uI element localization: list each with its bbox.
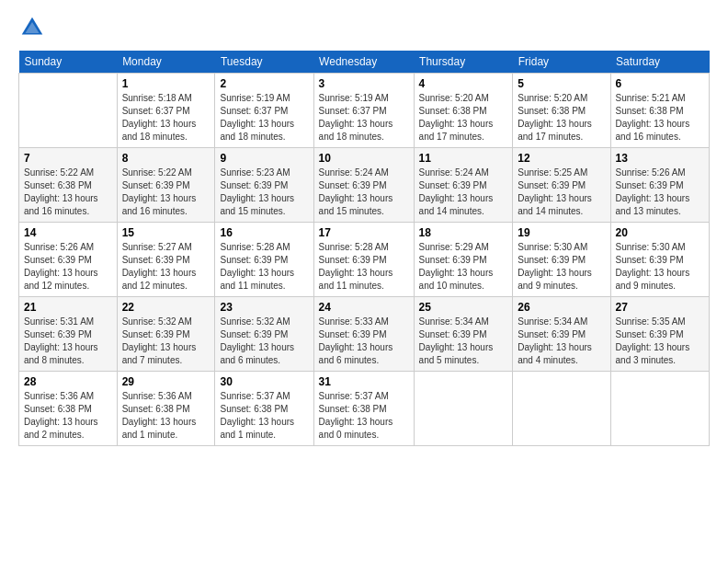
day-info: Sunrise: 5:34 AM Sunset: 6:39 PM Dayligh… xyxy=(419,316,508,367)
col-header-saturday: Saturday xyxy=(610,51,709,74)
day-cell xyxy=(513,372,610,446)
day-number: 30 xyxy=(220,375,308,388)
day-number: 5 xyxy=(518,77,605,90)
day-number: 24 xyxy=(319,301,409,314)
day-number: 9 xyxy=(220,152,308,165)
day-cell: 16Sunrise: 5:28 AM Sunset: 6:39 PM Dayli… xyxy=(215,223,313,297)
logo-icon xyxy=(18,14,46,41)
day-info: Sunrise: 5:28 AM Sunset: 6:39 PM Dayligh… xyxy=(319,241,409,293)
day-cell: 22Sunrise: 5:32 AM Sunset: 6:39 PM Dayli… xyxy=(117,297,215,372)
header xyxy=(18,14,710,41)
col-header-thursday: Thursday xyxy=(414,51,513,74)
day-info: Sunrise: 5:25 AM Sunset: 6:39 PM Dayligh… xyxy=(518,167,605,218)
day-cell: 25Sunrise: 5:34 AM Sunset: 6:39 PM Dayli… xyxy=(414,297,513,372)
day-info: Sunrise: 5:30 AM Sunset: 6:39 PM Dayligh… xyxy=(616,241,704,293)
day-number: 27 xyxy=(616,301,704,314)
day-info: Sunrise: 5:20 AM Sunset: 6:38 PM Dayligh… xyxy=(419,92,508,144)
day-info: Sunrise: 5:27 AM Sunset: 6:39 PM Dayligh… xyxy=(122,241,210,293)
day-info: Sunrise: 5:29 AM Sunset: 6:39 PM Dayligh… xyxy=(419,241,508,293)
day-number: 7 xyxy=(24,152,112,165)
day-number: 2 xyxy=(220,77,308,90)
day-info: Sunrise: 5:21 AM Sunset: 6:38 PM Dayligh… xyxy=(616,92,704,144)
day-info: Sunrise: 5:37 AM Sunset: 6:38 PM Dayligh… xyxy=(319,390,409,442)
day-number: 8 xyxy=(122,152,210,165)
day-info: Sunrise: 5:26 AM Sunset: 6:39 PM Dayligh… xyxy=(24,241,112,293)
day-cell: 23Sunrise: 5:32 AM Sunset: 6:39 PM Dayli… xyxy=(215,297,313,372)
day-info: Sunrise: 5:36 AM Sunset: 6:38 PM Dayligh… xyxy=(24,390,112,442)
day-info: Sunrise: 5:31 AM Sunset: 6:39 PM Dayligh… xyxy=(24,316,112,367)
day-cell: 21Sunrise: 5:31 AM Sunset: 6:39 PM Dayli… xyxy=(19,297,118,372)
day-info: Sunrise: 5:37 AM Sunset: 6:38 PM Dayligh… xyxy=(220,390,308,442)
logo xyxy=(18,14,51,41)
day-number: 18 xyxy=(419,226,508,239)
col-header-friday: Friday xyxy=(513,51,610,74)
day-cell xyxy=(610,372,709,446)
day-cell: 17Sunrise: 5:28 AM Sunset: 6:39 PM Dayli… xyxy=(313,223,414,297)
day-cell: 8Sunrise: 5:22 AM Sunset: 6:39 PM Daylig… xyxy=(117,148,215,223)
day-number: 17 xyxy=(319,226,409,239)
day-cell: 28Sunrise: 5:36 AM Sunset: 6:38 PM Dayli… xyxy=(19,372,118,446)
day-info: Sunrise: 5:22 AM Sunset: 6:38 PM Dayligh… xyxy=(24,167,112,218)
day-number: 25 xyxy=(419,301,508,314)
day-number: 26 xyxy=(518,301,605,314)
day-cell: 18Sunrise: 5:29 AM Sunset: 6:39 PM Dayli… xyxy=(414,223,513,297)
day-number: 19 xyxy=(518,226,605,239)
day-info: Sunrise: 5:36 AM Sunset: 6:38 PM Dayligh… xyxy=(122,390,210,442)
day-cell: 19Sunrise: 5:30 AM Sunset: 6:39 PM Dayli… xyxy=(513,223,610,297)
day-info: Sunrise: 5:24 AM Sunset: 6:39 PM Dayligh… xyxy=(319,167,409,218)
day-cell: 3Sunrise: 5:19 AM Sunset: 6:37 PM Daylig… xyxy=(313,74,414,148)
day-info: Sunrise: 5:20 AM Sunset: 6:38 PM Dayligh… xyxy=(518,92,605,144)
day-cell: 20Sunrise: 5:30 AM Sunset: 6:39 PM Dayli… xyxy=(610,223,709,297)
day-cell: 13Sunrise: 5:26 AM Sunset: 6:39 PM Dayli… xyxy=(610,148,709,223)
day-number: 29 xyxy=(122,375,210,388)
col-header-wednesday: Wednesday xyxy=(313,51,414,74)
day-cell: 2Sunrise: 5:19 AM Sunset: 6:37 PM Daylig… xyxy=(215,74,313,148)
day-cell xyxy=(19,74,118,148)
day-cell: 12Sunrise: 5:25 AM Sunset: 6:39 PM Dayli… xyxy=(513,148,610,223)
day-cell: 27Sunrise: 5:35 AM Sunset: 6:39 PM Dayli… xyxy=(610,297,709,372)
day-number: 12 xyxy=(518,152,605,165)
day-cell xyxy=(414,372,513,446)
day-number: 10 xyxy=(319,152,409,165)
day-info: Sunrise: 5:22 AM Sunset: 6:39 PM Dayligh… xyxy=(122,167,210,218)
day-number: 1 xyxy=(122,77,210,90)
week-row-5: 28Sunrise: 5:36 AM Sunset: 6:38 PM Dayli… xyxy=(19,372,710,446)
day-number: 21 xyxy=(24,301,112,314)
day-number: 3 xyxy=(319,77,409,90)
day-info: Sunrise: 5:23 AM Sunset: 6:39 PM Dayligh… xyxy=(220,167,308,218)
day-cell: 9Sunrise: 5:23 AM Sunset: 6:39 PM Daylig… xyxy=(215,148,313,223)
day-cell: 7Sunrise: 5:22 AM Sunset: 6:38 PM Daylig… xyxy=(19,148,118,223)
day-cell: 15Sunrise: 5:27 AM Sunset: 6:39 PM Dayli… xyxy=(117,223,215,297)
col-header-tuesday: Tuesday xyxy=(215,51,313,74)
day-cell: 26Sunrise: 5:34 AM Sunset: 6:39 PM Dayli… xyxy=(513,297,610,372)
page: SundayMondayTuesdayWednesdayThursdayFrid… xyxy=(0,0,728,563)
day-number: 23 xyxy=(220,301,308,314)
day-number: 15 xyxy=(122,226,210,239)
day-number: 31 xyxy=(319,375,409,388)
day-number: 16 xyxy=(220,226,308,239)
day-cell: 24Sunrise: 5:33 AM Sunset: 6:39 PM Dayli… xyxy=(313,297,414,372)
day-number: 6 xyxy=(616,77,704,90)
day-info: Sunrise: 5:28 AM Sunset: 6:39 PM Dayligh… xyxy=(220,241,308,293)
day-cell: 4Sunrise: 5:20 AM Sunset: 6:38 PM Daylig… xyxy=(414,74,513,148)
day-cell: 1Sunrise: 5:18 AM Sunset: 6:37 PM Daylig… xyxy=(117,74,215,148)
col-header-monday: Monday xyxy=(117,51,215,74)
day-number: 14 xyxy=(24,226,112,239)
day-cell: 11Sunrise: 5:24 AM Sunset: 6:39 PM Dayli… xyxy=(414,148,513,223)
day-info: Sunrise: 5:32 AM Sunset: 6:39 PM Dayligh… xyxy=(122,316,210,367)
col-header-sunday: Sunday xyxy=(19,51,118,74)
day-number: 11 xyxy=(419,152,508,165)
week-row-4: 21Sunrise: 5:31 AM Sunset: 6:39 PM Dayli… xyxy=(19,297,710,372)
day-info: Sunrise: 5:34 AM Sunset: 6:39 PM Dayligh… xyxy=(518,316,605,367)
calendar-table: SundayMondayTuesdayWednesdayThursdayFrid… xyxy=(18,51,710,446)
day-cell: 5Sunrise: 5:20 AM Sunset: 6:38 PM Daylig… xyxy=(513,74,610,148)
day-info: Sunrise: 5:33 AM Sunset: 6:39 PM Dayligh… xyxy=(319,316,409,367)
day-number: 20 xyxy=(616,226,704,239)
day-number: 4 xyxy=(419,77,508,90)
day-cell: 10Sunrise: 5:24 AM Sunset: 6:39 PM Dayli… xyxy=(313,148,414,223)
day-number: 13 xyxy=(616,152,704,165)
day-info: Sunrise: 5:32 AM Sunset: 6:39 PM Dayligh… xyxy=(220,316,308,367)
day-info: Sunrise: 5:18 AM Sunset: 6:37 PM Dayligh… xyxy=(122,92,210,144)
day-number: 22 xyxy=(122,301,210,314)
day-info: Sunrise: 5:26 AM Sunset: 6:39 PM Dayligh… xyxy=(616,167,704,218)
